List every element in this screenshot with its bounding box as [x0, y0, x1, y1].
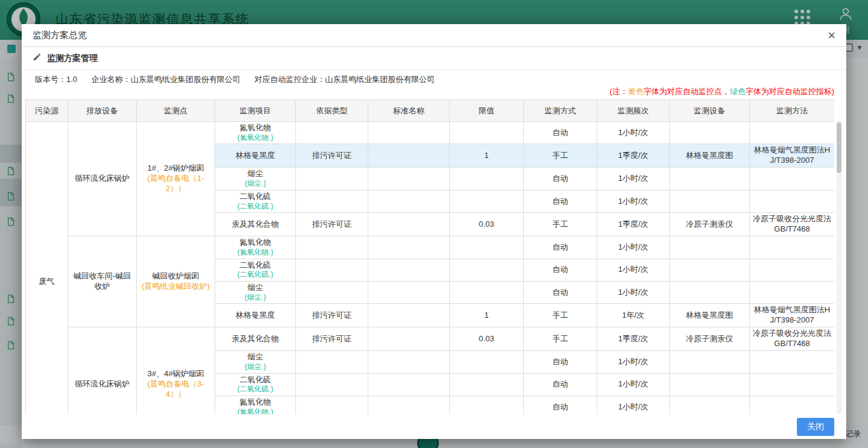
table-cell: 1 — [450, 144, 524, 168]
table-cell — [750, 373, 835, 396]
table-row[interactable]: 循环流化床锅炉3#、4#锅炉烟囱(晨鸣自备电（3-4））汞及其化合物排污许可证0… — [26, 327, 835, 351]
table-cell — [368, 351, 450, 373]
close-icon[interactable]: × — [828, 29, 835, 42]
item-cell: 二氧化硫(二氧化硫.) — [215, 259, 296, 281]
table-cell: 自动 — [524, 168, 597, 190]
section-bar: 监测方案管理 — [22, 47, 846, 70]
table-cell: 手工 — [524, 144, 597, 168]
table-cell — [750, 190, 835, 212]
table-cell — [368, 327, 450, 351]
table-cell: 林格曼黑度图 — [670, 304, 750, 327]
table-cell — [670, 281, 750, 303]
scrollbar-thumb[interactable] — [837, 122, 841, 173]
table-cell — [368, 168, 450, 190]
table-cell — [750, 122, 835, 144]
device-cell: 碱回收车间-碱回收炉 — [68, 236, 137, 327]
table-cell: 1小时/次 — [597, 281, 670, 303]
version-value: 1.0 — [66, 75, 77, 84]
modal-footer: 关闭 — [22, 414, 846, 439]
table-cell — [368, 213, 450, 236]
table-cell — [670, 236, 750, 259]
table-cell: 冷原子吸收分光光度法GB/T7468 — [750, 213, 835, 236]
table-cell — [670, 168, 750, 190]
version-label: 版本号： — [35, 75, 66, 84]
table-cell: 1小时/次 — [597, 122, 670, 144]
table-cell: 0.03 — [450, 213, 524, 236]
table-cell — [296, 236, 368, 259]
modal-header: 监测方案总览 × — [22, 24, 846, 47]
table-cell — [450, 168, 524, 190]
table-scrollbar[interactable] — [837, 121, 841, 414]
table-cell: 自动 — [524, 281, 597, 303]
table-cell — [450, 236, 524, 259]
table-cell: 自动 — [524, 122, 597, 144]
auto-company-label: 对应自动监控企业： — [254, 75, 325, 84]
table-cell: 1小时/次 — [597, 373, 670, 396]
table-cell: 1小时/次 — [597, 351, 670, 373]
monitoring-point-cell: 3#、4#锅炉烟囱(晨鸣自备电（3-4）） — [137, 327, 215, 414]
item-cell: 烟尘(烟尘.) — [215, 281, 296, 303]
table-cell: 排污许可证 — [296, 213, 368, 236]
table-cell — [750, 168, 835, 190]
table-cell: 排污许可证 — [296, 304, 368, 327]
device-cell: 循环流化床锅炉 — [68, 327, 137, 414]
table-cell — [750, 281, 835, 303]
table-cell — [296, 168, 368, 190]
plan-info: 版本号：1.0 企业名称：山东晨鸣纸业集团股份有限公司 对应自动监控企业：山东晨… — [22, 70, 846, 85]
note-green: 绿色 — [730, 87, 746, 96]
note-part: (注： — [609, 87, 627, 96]
table-cell — [296, 122, 368, 144]
table-row[interactable]: 废气循环流化床锅炉1#、2#锅炉烟囱(晨鸣自备电（1-2））氮氧化物(氮氧化物.… — [26, 122, 835, 144]
plan-table-body: 废气循环流化床锅炉1#、2#锅炉烟囱(晨鸣自备电（1-2））氮氧化物(氮氧化物.… — [26, 122, 835, 415]
table-cell — [670, 190, 750, 212]
table-cell — [296, 190, 368, 212]
table-cell: 自动 — [524, 190, 597, 212]
table-cell: 林格曼烟气黑度图法HJ/T398-2007 — [750, 144, 835, 168]
table-cell: 1小时/次 — [597, 259, 670, 281]
table-cell — [450, 190, 524, 212]
table-cell: 自动 — [524, 259, 597, 281]
table-region: 污染源排放设备监测点监测项目依据类型标准名称限值监测方式监测频次监测设备监测方法… — [25, 99, 834, 414]
monitoring-plan-modal: 监测方案总览 × 监测方案管理 版本号：1.0 企业名称：山东晨鸣纸业集团股份有… — [22, 24, 846, 439]
table-cell — [368, 373, 450, 396]
column-header: 监测方式 — [524, 100, 597, 122]
table-cell — [450, 373, 524, 396]
column-header: 监测方法 — [750, 100, 835, 122]
table-cell — [296, 281, 368, 303]
table-cell — [450, 281, 524, 303]
item-cell: 汞及其化合物 — [215, 213, 296, 236]
item-cell: 氮氧化物(氮氧化物.) — [215, 122, 296, 144]
table-cell: 1季度/次 — [597, 213, 670, 236]
column-header: 监测设备 — [670, 100, 750, 122]
column-header: 限值 — [450, 100, 524, 122]
company-label: 企业名称： — [92, 75, 131, 84]
modal-title: 监测方案总览 — [33, 30, 87, 41]
column-header: 依据类型 — [296, 100, 368, 122]
close-button[interactable]: 关闭 — [797, 418, 834, 436]
color-legend-note: (注：黄色字体为对应自动监控点，绿色字体为对应自动监控指标) — [22, 85, 846, 99]
table-cell: 冷原子测汞仪 — [670, 327, 750, 351]
table-cell: 1小时/次 — [597, 236, 670, 259]
column-header: 标准名称 — [368, 100, 450, 122]
table-cell: 1年/次 — [597, 304, 670, 327]
table-cell: 自动 — [524, 236, 597, 259]
table-cell: 1小时/次 — [597, 396, 670, 415]
column-header: 监测频次 — [597, 100, 670, 122]
table-cell: 手工 — [524, 327, 597, 351]
table-cell — [750, 259, 835, 281]
table-cell — [670, 259, 750, 281]
item-cell: 二氧化硫(二氧化硫.) — [215, 190, 296, 212]
table-cell — [368, 122, 450, 144]
table-cell — [296, 396, 368, 415]
column-header: 污染源 — [26, 100, 68, 122]
table-header-row: 污染源排放设备监测点监测项目依据类型标准名称限值监测方式监测频次监测设备监测方法 — [26, 100, 835, 122]
item-cell: 烟尘(烟尘.) — [215, 351, 296, 373]
auto-company-value: 山东晨鸣纸业集团股份有限公司 — [325, 75, 435, 84]
pen-icon — [33, 52, 42, 64]
table-row[interactable]: 碱回收车间-碱回收炉碱回收炉烟囱(晨鸣纸业碱回收炉)氮氧化物(氮氧化物.)自动1… — [26, 236, 835, 259]
table-cell: 自动 — [524, 396, 597, 415]
pollutant-source-cell: 废气 — [26, 122, 68, 415]
table-cell — [296, 373, 368, 396]
table-cell — [368, 190, 450, 212]
table-cell — [670, 396, 750, 415]
